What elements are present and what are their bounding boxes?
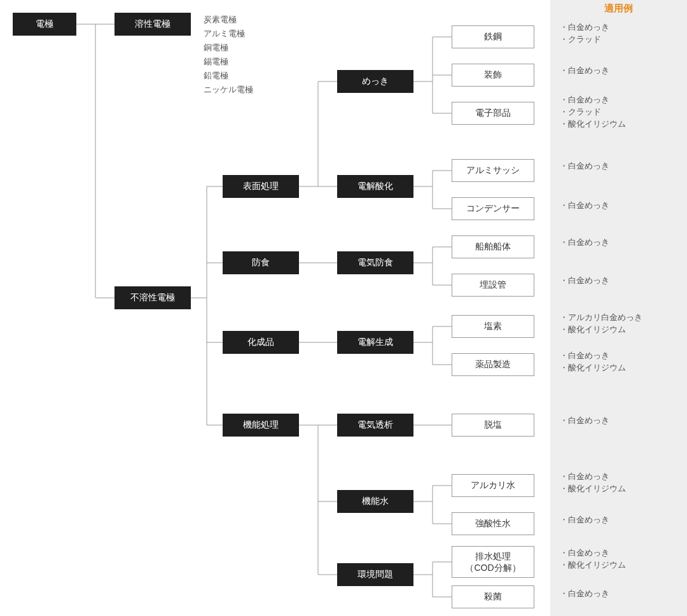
leaf-pharma: 薬品製造 xyxy=(452,353,534,376)
leaf-electronic: 電子部品 xyxy=(452,102,534,125)
app-desalt: ・白金めっき xyxy=(560,415,609,427)
text-item: 鉛電極 xyxy=(204,69,253,83)
leaf-chlorine: 塩素 xyxy=(452,315,534,338)
text-item: アルミ電極 xyxy=(204,27,253,41)
app-pharma: ・白金めっき・酸化イリジウム xyxy=(560,350,626,374)
node-root: 電極 xyxy=(13,13,76,36)
node-dialysis: 電気透析 xyxy=(337,414,413,437)
text-item: ニッケル電極 xyxy=(204,83,253,97)
leaf-pipe: 埋設管 xyxy=(452,274,534,297)
app-capacitor: ・白金めっき xyxy=(560,200,609,212)
node-cathodic: 電気防食 xyxy=(337,251,413,274)
node-anodic: 電解酸化 xyxy=(337,175,413,198)
text-item: 錫電極 xyxy=(204,55,253,69)
app-strongacid: ・白金めっき xyxy=(560,514,609,526)
leaf-desalt: 脱塩 xyxy=(452,414,534,437)
leaf-wastewater: 排水処理（COD分解） xyxy=(452,546,534,578)
leaf-decoration: 装飾 xyxy=(452,64,534,87)
app-pipe: ・白金めっき xyxy=(560,275,609,287)
leaf-strongacid: 強酸性水 xyxy=(452,512,534,535)
leaf-sterilize: 殺菌 xyxy=(452,585,534,608)
app-sash: ・白金めっき xyxy=(560,160,609,172)
node-electrogen: 電解生成 xyxy=(337,331,413,354)
app-hull: ・白金めっき xyxy=(560,237,609,249)
app-iron-copper: ・白金めっき・クラッド xyxy=(560,22,609,46)
leaf-capacitor: コンデンサー xyxy=(452,197,534,220)
applications-header: 適用例 xyxy=(550,3,687,15)
text-item: 炭素電極 xyxy=(204,13,253,27)
node-corrosion: 防食 xyxy=(223,251,299,274)
leaf-hull: 船舶船体 xyxy=(452,235,534,258)
app-decoration: ・白金めっき xyxy=(560,65,609,77)
soluble-items: 炭素電極 アルミ電極 銅電極 錫電極 鉛電極 ニッケル電極 xyxy=(204,13,253,97)
leaf-alkaline: アルカリ水 xyxy=(452,474,534,497)
leaf-sash: アルミサッシ xyxy=(452,159,534,182)
node-funcwater: 機能水 xyxy=(337,490,413,513)
leaf-iron-copper: 鉄鋼 xyxy=(452,25,534,48)
node-functional: 機能処理 xyxy=(223,414,299,437)
node-surface: 表面処理 xyxy=(223,175,299,198)
text-item: 銅電極 xyxy=(204,41,253,55)
node-soluble: 溶性電極 xyxy=(114,13,191,36)
app-chlorine: ・アルカリ白金めっき・酸化イリジウム xyxy=(560,312,642,336)
node-plating: めっき xyxy=(337,70,413,93)
app-alkaline: ・白金めっき・酸化イリジウム xyxy=(560,471,626,495)
diagram-canvas: 適用例 電極 溶性電極 炭素電極 アルミ電極 銅電極 錫電極 鉛電極 ニッケル電… xyxy=(0,0,687,616)
node-insoluble: 不溶性電極 xyxy=(114,286,191,309)
app-electronic: ・白金めっき・クラッド・酸化イリジウム xyxy=(560,94,626,130)
node-chemical: 化成品 xyxy=(223,331,299,354)
app-sterilize: ・白金めっき xyxy=(560,588,609,600)
app-wastewater: ・白金めっき・酸化イリジウム xyxy=(560,547,626,571)
node-env: 環境問題 xyxy=(337,563,413,586)
